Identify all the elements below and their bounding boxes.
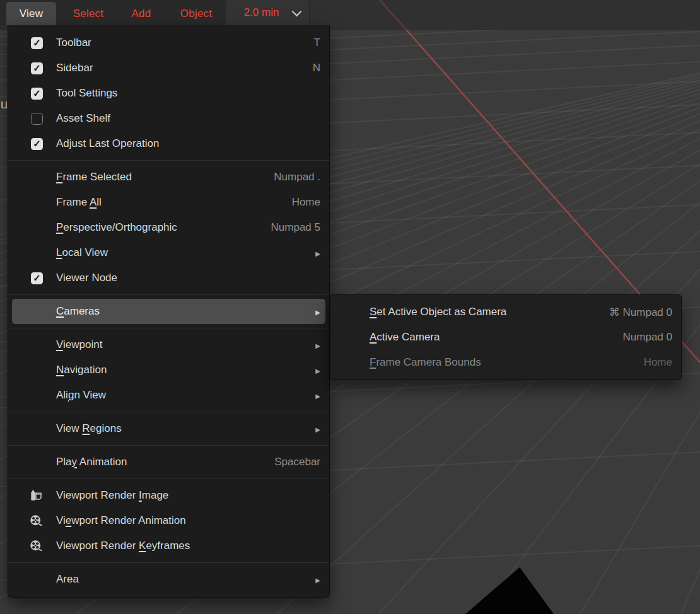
menu-item-label: Perspective/Orthographic — [56, 221, 260, 234]
blender-window: u View Select Add Object 2.0 min Toolbar… — [0, 0, 700, 614]
menu-item-label: Frame All — [56, 196, 281, 209]
shortcut-label: N — [301, 62, 320, 74]
menu-item-label: Sidebar — [56, 62, 301, 74]
menu-item-viewpoint[interactable]: Viewpoint — [8, 332, 329, 357]
menu-item-perspective-orthographic[interactable]: Perspective/Orthographic Numpad 5 — [8, 215, 329, 240]
menu-item-label: Tool Settings — [56, 87, 320, 100]
menu-item-set-active-object-as-camera[interactable]: Set Active Object as Camera ⌘ Numpad 0 — [330, 299, 681, 325]
shortcut-label: Spacebar — [263, 456, 320, 468]
menu-item-label: Toolbar — [56, 37, 303, 49]
shortcut-label: T — [303, 37, 320, 49]
menu-separator — [8, 412, 329, 412]
checkbox-checked-icon — [31, 272, 43, 284]
menu-item-label: Frame Selected — [56, 171, 262, 183]
menu-item-adjust-last-operation[interactable]: Adjust Last Operation — [8, 131, 329, 156]
menu-item-label: Local View — [56, 246, 306, 259]
checkbox-unchecked-icon — [31, 113, 43, 125]
submenu-arrow-icon — [315, 389, 320, 402]
checkbox-checked-icon — [31, 138, 43, 150]
menu-item-asset-shelf[interactable]: Asset Shelf — [8, 106, 329, 131]
shortcut-label: Numpad 0 — [612, 331, 672, 344]
render-image-icon — [29, 489, 43, 502]
menu-item-label: Set Active Object as Camera — [370, 306, 598, 318]
menu-item-frame-all[interactable]: Frame All Home — [8, 190, 329, 215]
menu-item-view-regions[interactable]: View Regions — [8, 416, 329, 441]
submenu-arrow-icon — [315, 573, 320, 586]
menu-separator — [8, 478, 329, 479]
menu-item-label: View Regions — [56, 422, 306, 435]
film-reel-icon — [29, 539, 43, 553]
mode-dropdown[interactable]: 2.0 min — [226, 0, 309, 25]
menu-item-viewport-render-keyframes[interactable]: Viewport Render Keyframes — [8, 533, 329, 559]
menu-tab-select[interactable]: Select — [62, 2, 114, 25]
submenu-arrow-icon — [315, 339, 320, 351]
menu-item-frame-selected[interactable]: Frame Selected Numpad . — [8, 165, 329, 190]
menu-item-label: Align View — [56, 389, 306, 402]
menu-item-tool-settings[interactable]: Tool Settings — [8, 81, 329, 106]
film-reel-icon — [29, 514, 43, 528]
menu-item-align-view[interactable]: Align View — [8, 383, 329, 408]
menu-item-label: Viewport Render Image — [56, 489, 320, 502]
menu-separator — [8, 328, 329, 328]
checkbox-checked-icon — [31, 88, 43, 100]
menu-item-label: Navigation — [56, 364, 306, 376]
menu-separator — [8, 445, 329, 446]
menu-tab-add[interactable]: Add — [119, 2, 164, 25]
shortcut-label: Home — [281, 196, 320, 209]
submenu-arrow-icon — [315, 364, 320, 376]
menu-item-label: Viewport Render Keyframes — [56, 540, 320, 552]
menu-item-play-animation[interactable]: Play Animation Spacebar — [8, 449, 329, 475]
checkbox-checked-icon — [31, 62, 43, 74]
view-menu: Toolbar T Sidebar N Tool Settings Asset … — [8, 25, 330, 598]
menu-item-label: Active Camera — [370, 331, 612, 344]
menu-item-label: Frame Camera Bounds — [370, 356, 633, 369]
menu-item-label: Viewport Render Animation — [56, 514, 320, 527]
shortcut-label: Numpad . — [262, 171, 320, 183]
shortcut-label: Numpad 5 — [260, 221, 320, 234]
menu-separator — [8, 562, 329, 563]
menu-item-area[interactable]: Area — [8, 567, 329, 592]
menu-item-viewport-render-image[interactable]: Viewport Render Image — [8, 483, 329, 508]
menu-item-active-camera[interactable]: Active Camera Numpad 0 — [330, 325, 681, 350]
submenu-arrow-icon — [315, 305, 320, 318]
menu-tab-object[interactable]: Object — [167, 2, 225, 25]
menu-item-label: Area — [56, 573, 306, 586]
chevron-down-icon — [292, 6, 302, 16]
menu-item-label: Asset Shelf — [56, 112, 320, 125]
shortcut-label: Home — [633, 356, 672, 369]
menu-item-cameras[interactable]: Cameras — [12, 299, 325, 324]
menu-separator — [8, 160, 329, 161]
mode-dropdown-label: 2.0 min — [226, 6, 293, 19]
menu-item-viewport-render-animation[interactable]: Viewport Render Animation — [8, 508, 329, 533]
menu-item-sidebar[interactable]: Sidebar N — [8, 55, 329, 81]
menu-item-label: Viewer Node — [56, 272, 320, 284]
menu-item-label: Viewpoint — [56, 339, 306, 351]
menu-tab-view[interactable]: View — [6, 2, 56, 25]
menu-item-label: Play Animation — [56, 456, 263, 468]
hud-text-fragment: u — [1, 96, 8, 112]
menu-item-frame-camera-bounds[interactable]: Frame Camera Bounds Home — [330, 350, 681, 375]
menu-item-label: Cameras — [56, 305, 306, 318]
submenu-arrow-icon — [315, 422, 320, 435]
submenu-arrow-icon — [315, 246, 320, 259]
viewport-header: View Select Add Object 2.0 min — [0, 0, 310, 25]
menu-item-navigation[interactable]: Navigation — [8, 357, 329, 383]
shortcut-label: ⌘ Numpad 0 — [598, 306, 672, 319]
menu-item-viewer-node[interactable]: Viewer Node — [8, 265, 329, 291]
menu-item-label: Adjust Last Operation — [56, 137, 320, 150]
menu-separator — [8, 294, 329, 295]
cameras-submenu: Set Active Object as Camera ⌘ Numpad 0 A… — [330, 294, 682, 380]
menu-item-local-view[interactable]: Local View — [8, 240, 329, 265]
checkbox-checked-icon — [31, 37, 43, 49]
menu-item-toolbar[interactable]: Toolbar T — [8, 30, 329, 55]
